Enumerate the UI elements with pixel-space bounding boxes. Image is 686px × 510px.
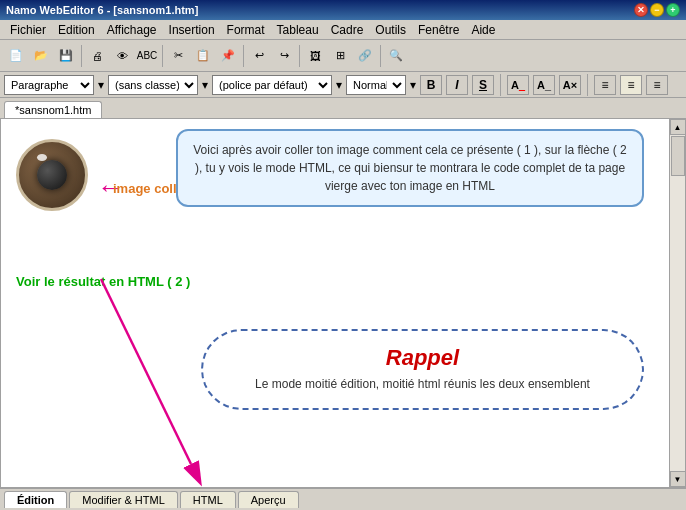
- menu-bar: Fichier Edition Affichage Insertion Form…: [0, 20, 686, 40]
- new-icon: 📄: [9, 49, 23, 62]
- close-btn[interactable]: ✕: [634, 3, 648, 17]
- scroll-down-button[interactable]: ▼: [670, 471, 686, 487]
- print-button[interactable]: 🖨: [85, 44, 109, 68]
- insert-link-button[interactable]: 🔗: [353, 44, 377, 68]
- undo-button[interactable]: ↩: [247, 44, 271, 68]
- insert-table-button[interactable]: ⊞: [328, 44, 352, 68]
- menu-outils[interactable]: Outils: [369, 21, 412, 39]
- find-button[interactable]: 🔍: [384, 44, 408, 68]
- font-select[interactable]: (police par défaut): [212, 75, 332, 95]
- spell-button[interactable]: ABC: [135, 44, 159, 68]
- file-tab[interactable]: *sansnom1.htm: [4, 101, 102, 118]
- save-button[interactable]: 💾: [54, 44, 78, 68]
- font-color-button[interactable]: A_: [507, 75, 529, 95]
- menu-edition[interactable]: Edition: [52, 21, 101, 39]
- tab-modifier-html[interactable]: Modifier & HTML: [69, 491, 178, 508]
- cut-button[interactable]: ✂: [166, 44, 190, 68]
- scroll-up-button[interactable]: ▲: [670, 119, 686, 135]
- tab-edition[interactable]: Édition: [4, 491, 67, 508]
- eye-image: [16, 139, 88, 211]
- editor-area: ▲ ▼ → image collée ( 1 ) Voici après avo…: [0, 118, 686, 488]
- redo-icon: ↪: [280, 49, 289, 62]
- sep4: [299, 45, 300, 67]
- copy-button[interactable]: 📋: [191, 44, 215, 68]
- dropdown-arrow-para: ▾: [98, 78, 104, 92]
- class-select[interactable]: (sans classe): [108, 75, 198, 95]
- print-icon: 🖨: [92, 50, 103, 62]
- dropdown-arrow-class: ▾: [202, 78, 208, 92]
- tab-bar: *sansnom1.htm: [0, 98, 686, 118]
- green-label: Voir le résultat en HTML ( 2 ): [16, 274, 190, 289]
- main-toolbar: 📄 📂 💾 🖨 👁 ABC ✂ 📋 📌 ↩ ↪ 🖼 ⊞ 🔗 🔍: [0, 40, 686, 72]
- scroll-track: [670, 135, 685, 471]
- spell-icon: ABC: [137, 50, 158, 61]
- insert-img-button[interactable]: 🖼: [303, 44, 327, 68]
- menu-insertion[interactable]: Insertion: [163, 21, 221, 39]
- tab-html[interactable]: HTML: [180, 491, 236, 508]
- bold-button[interactable]: B: [420, 75, 442, 95]
- bottom-tabs: Édition Modifier & HTML HTML Aperçu: [0, 488, 686, 510]
- editor-content: → image collée ( 1 ) Voici après avoir c…: [1, 119, 669, 487]
- align-center-button[interactable]: ≡: [620, 75, 642, 95]
- bg-color-button[interactable]: A_: [533, 75, 555, 95]
- callout-bubble: Voici après avoir coller ton image comme…: [176, 129, 644, 207]
- menu-aide[interactable]: Aide: [465, 21, 501, 39]
- paste-button[interactable]: 📌: [216, 44, 240, 68]
- dropdown-arrow-font: ▾: [336, 78, 342, 92]
- remove-format-button[interactable]: A×: [559, 75, 581, 95]
- preview-button[interactable]: 👁: [110, 44, 134, 68]
- sep3: [243, 45, 244, 67]
- menu-fenetre[interactable]: Fenêtre: [412, 21, 465, 39]
- menu-affichage[interactable]: Affichage: [101, 21, 163, 39]
- app-title: Namo WebEditor 6 - [sansnom1.htm]: [6, 4, 198, 16]
- sep5: [380, 45, 381, 67]
- eye-pupil: [37, 160, 67, 190]
- paragraph-select[interactable]: Paragraphe: [4, 75, 94, 95]
- eye-highlight: [37, 154, 47, 161]
- menu-cadre[interactable]: Cadre: [325, 21, 370, 39]
- insert-img-icon: 🖼: [310, 50, 321, 62]
- window-controls: ✕ − +: [634, 3, 680, 17]
- align-left-button[interactable]: ≡: [594, 75, 616, 95]
- menu-format[interactable]: Format: [221, 21, 271, 39]
- cut-icon: ✂: [174, 49, 183, 62]
- dropdown-arrow-style: ▾: [410, 78, 416, 92]
- tab-apercu[interactable]: Aperçu: [238, 491, 299, 508]
- rappel-body: Le mode moitié édition, moitié html réun…: [223, 375, 622, 394]
- format-bar: Paragraphe ▾ (sans classe) ▾ (police par…: [0, 72, 686, 98]
- open-button[interactable]: 📂: [29, 44, 53, 68]
- save-icon: 💾: [59, 49, 73, 62]
- scroll-thumb[interactable]: [671, 136, 685, 176]
- scrollbar[interactable]: ▲ ▼: [669, 119, 685, 487]
- undo-icon: ↩: [255, 49, 264, 62]
- title-bar: Namo WebEditor 6 - [sansnom1.htm] ✕ − +: [0, 0, 686, 20]
- paste-icon: 📌: [221, 49, 235, 62]
- redo-button[interactable]: ↪: [272, 44, 296, 68]
- find-icon: 🔍: [389, 49, 403, 62]
- menu-fichier[interactable]: Fichier: [4, 21, 52, 39]
- style-select[interactable]: Normal: [346, 75, 406, 95]
- copy-icon: 📋: [196, 49, 210, 62]
- insert-table-icon: ⊞: [336, 49, 345, 62]
- preview-icon: 👁: [117, 50, 128, 62]
- sep-fmt: [500, 74, 501, 96]
- sep-align: [587, 74, 588, 96]
- align-right-button[interactable]: ≡: [646, 75, 668, 95]
- rappel-title: Rappel: [223, 345, 622, 371]
- menu-tableau[interactable]: Tableau: [271, 21, 325, 39]
- minimize-btn[interactable]: −: [650, 3, 664, 17]
- italic-button[interactable]: I: [446, 75, 468, 95]
- pasted-image: [16, 139, 96, 219]
- open-icon: 📂: [34, 49, 48, 62]
- svg-line-1: [101, 279, 191, 464]
- new-button[interactable]: 📄: [4, 44, 28, 68]
- rappel-bubble: Rappel Le mode moitié édition, moitié ht…: [201, 329, 644, 410]
- sep1: [81, 45, 82, 67]
- sep2: [162, 45, 163, 67]
- underline-button[interactable]: S: [472, 75, 494, 95]
- maximize-btn[interactable]: +: [666, 3, 680, 17]
- link-icon: 🔗: [358, 49, 372, 62]
